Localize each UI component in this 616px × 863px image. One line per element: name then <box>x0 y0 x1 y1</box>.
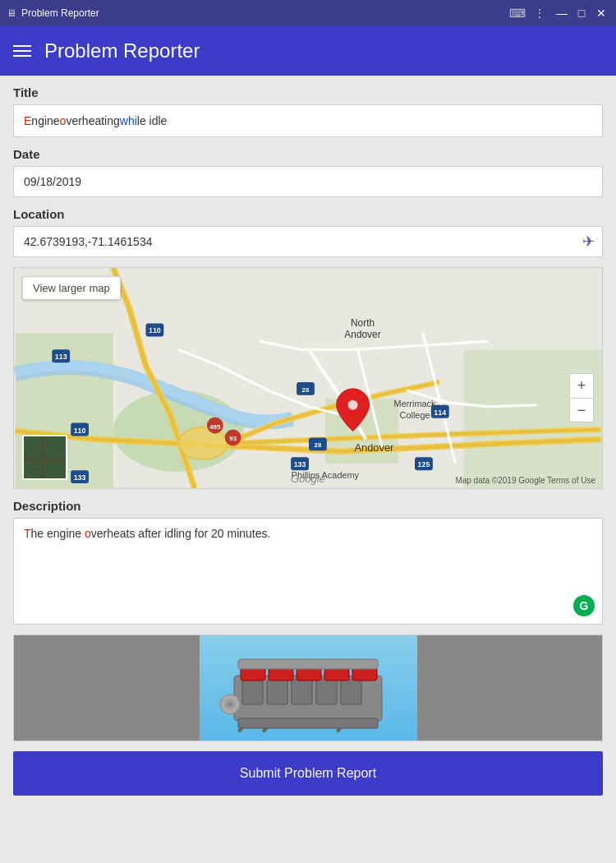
keyboard-icon: ⌨ <box>509 7 526 20</box>
title-input[interactable]: Engine overheating while idle <box>13 104 603 137</box>
map-svg: 113 110 110 495 93 133 133 28 28 <box>14 268 602 488</box>
satellite-thumb-svg <box>24 436 67 480</box>
svg-point-54 <box>228 703 232 706</box>
svg-point-35 <box>348 400 358 410</box>
submit-button[interactable]: Submit Problem Report <box>13 751 603 796</box>
svg-text:College: College <box>400 410 430 420</box>
desc-text-normal2: verheats after idling for 20 minutes. <box>91 527 271 540</box>
svg-text:125: 125 <box>418 460 430 468</box>
svg-text:Andover: Andover <box>344 329 380 340</box>
title-text-normal2: verheating <box>66 114 119 127</box>
title-bar-controls: ⌨ ⋮ — □ ✕ <box>509 5 609 21</box>
zoom-in-button[interactable]: + <box>569 373 594 398</box>
desc-text-red: T <box>24 527 31 540</box>
image-right-bg <box>417 635 603 741</box>
svg-rect-38 <box>40 436 45 480</box>
description-input[interactable]: The engine overheats after idling for 20… <box>13 518 603 625</box>
svg-point-5 <box>178 427 228 460</box>
map-zoom-controls: + − <box>569 373 594 422</box>
title-text-blue: whi <box>120 114 137 127</box>
location-input-wrap: ✈ <box>13 226 603 257</box>
view-larger-map-button[interactable]: View larger map <box>22 276 121 300</box>
minimize-button[interactable]: — <box>554 5 570 21</box>
svg-text:110: 110 <box>149 326 161 335</box>
map-satellite-thumbnail[interactable] <box>22 435 67 480</box>
description-label: Description <box>13 499 603 513</box>
title-text-red2: o <box>60 114 67 127</box>
map-container[interactable]: 113 110 110 495 93 133 133 28 28 <box>13 267 603 489</box>
svg-rect-43 <box>292 680 312 704</box>
description-wrapper: The engine overheats after idling for 20… <box>13 518 603 625</box>
location-group: Location ✈ <box>13 207 603 257</box>
app-header: Problem Reporter <box>0 26 616 76</box>
image-left-bg <box>14 635 200 741</box>
svg-rect-41 <box>242 680 263 704</box>
location-icon[interactable]: ✈ <box>582 233 595 251</box>
hamburger-menu[interactable] <box>13 45 31 57</box>
image-area <box>13 635 603 741</box>
location-label: Location <box>13 207 603 221</box>
title-text-normal3: le idle <box>137 114 168 127</box>
description-group: Description The engine overheats after i… <box>13 499 603 625</box>
svg-text:28: 28 <box>302 386 310 394</box>
svg-rect-39 <box>24 461 67 464</box>
title-label: Title <box>13 85 603 99</box>
svg-rect-55 <box>238 718 378 728</box>
svg-text:133: 133 <box>74 473 86 482</box>
svg-text:113: 113 <box>55 353 67 361</box>
title-text-normal1: ngine <box>31 114 59 127</box>
title-bar: 🖥 Problem Reporter ⌨ ⋮ — □ ✕ <box>0 0 616 26</box>
svg-text:495: 495 <box>209 423 221 431</box>
engine-svg <box>218 643 398 733</box>
date-group: Date <box>13 147 603 197</box>
svg-text:Andover: Andover <box>354 441 394 454</box>
title-text-red: E <box>24 114 31 127</box>
engine-image <box>200 635 417 741</box>
date-input[interactable] <box>13 166 603 197</box>
app-header-title: Problem Reporter <box>44 39 200 62</box>
grammarly-icon[interactable]: G <box>573 595 595 616</box>
svg-text:133: 133 <box>294 460 306 468</box>
svg-rect-44 <box>316 680 337 704</box>
svg-text:28: 28 <box>314 441 321 449</box>
settings-icon: ⋮ <box>534 7 545 20</box>
svg-text:114: 114 <box>434 408 446 417</box>
app-icon: 🖥 <box>7 7 16 19</box>
location-input[interactable] <box>13 226 603 257</box>
title-group: Title Engine overheating while idle <box>13 85 603 137</box>
date-label: Date <box>13 147 603 161</box>
close-button[interactable]: ✕ <box>593 5 609 21</box>
main-content: Title Engine overheating while idle Date… <box>0 76 616 863</box>
svg-rect-51 <box>238 659 378 669</box>
desc-text-red2: o <box>85 527 91 540</box>
svg-text:110: 110 <box>74 427 86 435</box>
google-logo: Google <box>291 473 325 485</box>
svg-text:North: North <box>351 317 375 329</box>
maximize-button[interactable]: □ <box>573 5 590 21</box>
title-bar-title: Problem Reporter <box>21 7 99 19</box>
zoom-out-button[interactable]: − <box>569 398 594 422</box>
svg-text:Merrimack: Merrimack <box>394 399 436 408</box>
title-bar-left: 🖥 Problem Reporter <box>7 7 99 19</box>
desc-text-normal1: he engine <box>31 527 85 540</box>
map-attribution: Map data ©2019 Google Terms of Use <box>455 476 595 485</box>
svg-rect-45 <box>341 680 361 704</box>
svg-rect-42 <box>267 680 287 704</box>
svg-text:93: 93 <box>229 435 237 442</box>
